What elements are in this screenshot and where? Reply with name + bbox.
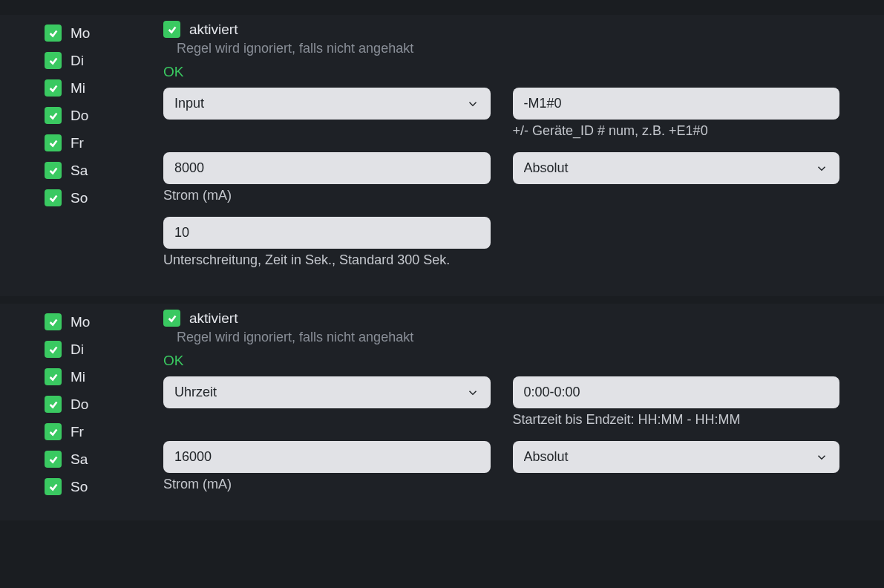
day-label: Fr	[71, 135, 84, 151]
day-row-do: Do	[45, 396, 119, 413]
day-checkbox-sa[interactable]	[45, 451, 62, 468]
day-checkbox-so[interactable]	[45, 189, 62, 206]
day-checkbox-do[interactable]	[45, 396, 62, 413]
days-column: Mo Di Mi Do Fr Sa	[45, 310, 119, 506]
current-label: Strom (mA)	[163, 188, 491, 203]
activated-checkbox[interactable]	[163, 310, 180, 327]
day-label: Mi	[71, 80, 85, 97]
day-row-so: So	[45, 189, 119, 206]
status-text: OK	[163, 353, 839, 369]
day-label: Mo	[71, 314, 90, 330]
day-row-mi: Mi	[45, 368, 119, 385]
trigger-value-input[interactable]	[513, 88, 840, 120]
day-label: Do	[71, 108, 88, 124]
day-label: Sa	[71, 451, 88, 468]
day-checkbox-di[interactable]	[45, 52, 62, 69]
day-row-do: Do	[45, 107, 119, 124]
rule-card: Mo Di Mi Do Fr Sa	[0, 15, 884, 296]
day-row-fr: Fr	[45, 134, 119, 151]
day-row-sa: Sa	[45, 162, 119, 179]
day-label: Sa	[71, 163, 88, 179]
activated-label: aktiviert	[189, 22, 238, 38]
activated-checkbox[interactable]	[163, 21, 180, 38]
day-label: Mo	[71, 25, 90, 42]
day-row-sa: Sa	[45, 451, 119, 468]
debounce-hint: Unterschreitung, Zeit in Sek., Standard …	[163, 252, 491, 268]
rule-params: aktiviert Regel wird ignoriert, falls ni…	[163, 310, 839, 506]
day-checkbox-fr[interactable]	[45, 423, 62, 440]
day-row-di: Di	[45, 52, 119, 69]
day-checkbox-mo[interactable]	[45, 313, 62, 330]
trigger-type-select[interactable]	[163, 376, 491, 408]
status-text: OK	[163, 64, 839, 80]
activated-hint: Regel wird ignoriert, falls nicht angeha…	[177, 41, 839, 56]
day-checkbox-mo[interactable]	[45, 24, 62, 42]
mode-select[interactable]	[513, 152, 840, 184]
activated-hint: Regel wird ignoriert, falls nicht angeha…	[177, 330, 839, 345]
day-checkbox-do[interactable]	[45, 107, 62, 124]
day-label: Mi	[71, 369, 85, 385]
day-row-mi: Mi	[45, 79, 119, 97]
trigger-type-select[interactable]	[163, 88, 491, 120]
day-label: Di	[71, 53, 84, 69]
mode-select[interactable]	[513, 441, 840, 473]
days-column: Mo Di Mi Do Fr Sa	[45, 21, 119, 281]
day-label: So	[71, 190, 88, 206]
day-row-so: So	[45, 478, 119, 495]
day-checkbox-mi[interactable]	[45, 368, 62, 385]
day-label: Do	[71, 396, 88, 413]
trigger-value-hint: Startzeit bis Endzeit: HH:MM - HH:MM	[513, 412, 840, 428]
rule-params: aktiviert Regel wird ignoriert, falls ni…	[163, 21, 839, 281]
trigger-value-input[interactable]	[513, 376, 840, 408]
day-checkbox-fr[interactable]	[45, 134, 62, 151]
day-row-mo: Mo	[45, 313, 119, 330]
current-label: Strom (mA)	[163, 477, 491, 492]
day-checkbox-sa[interactable]	[45, 162, 62, 179]
day-label: Fr	[71, 424, 84, 440]
day-checkbox-mi[interactable]	[45, 79, 62, 97]
day-checkbox-di[interactable]	[45, 341, 62, 358]
day-label: Di	[71, 342, 84, 358]
day-row-mo: Mo	[45, 24, 119, 42]
trigger-value-hint: +/- Geräte_ID # num, z.B. +E1#0	[513, 123, 840, 139]
rule-card: Mo Di Mi Do Fr Sa	[0, 304, 884, 520]
activated-label: aktiviert	[189, 310, 238, 327]
day-row-fr: Fr	[45, 423, 119, 440]
current-input[interactable]	[163, 152, 491, 184]
day-row-di: Di	[45, 341, 119, 358]
current-input[interactable]	[163, 441, 491, 473]
debounce-input[interactable]	[163, 217, 491, 249]
day-checkbox-so[interactable]	[45, 478, 62, 495]
day-label: So	[71, 479, 88, 495]
